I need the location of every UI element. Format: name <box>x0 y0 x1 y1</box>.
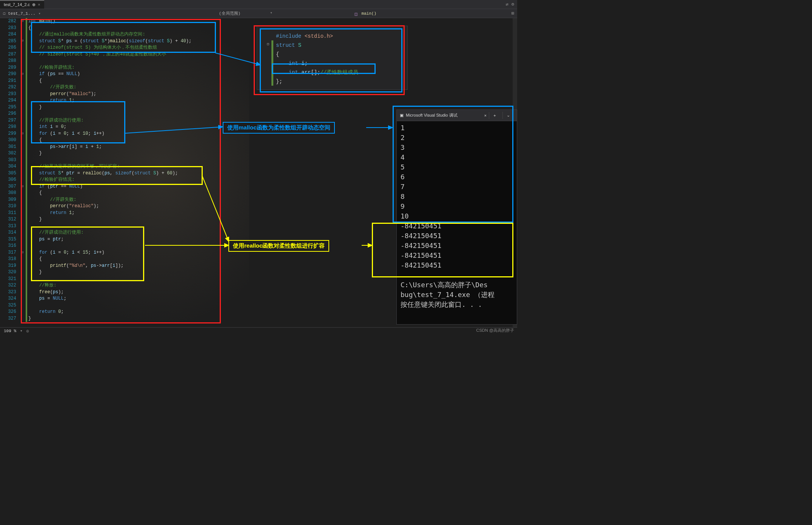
fold-icon[interactable]: ⊟ <box>22 72 23 76</box>
issues-icon[interactable]: ◎ <box>26 328 29 333</box>
titlebar: test_7_14_2.c ⊕ × ⇄ ⚙ <box>0 0 517 9</box>
code-editor[interactable]: 2822832842852862872882892902912922932942… <box>0 18 249 327</box>
console-output[interactable]: 1 2 3 4 5 6 7 8 9 10 -842150451 -8421504… <box>397 121 517 311</box>
fold-icon[interactable]: ⊟ <box>22 250 23 254</box>
tab-pin-icon[interactable]: ⊕ <box>32 2 35 7</box>
watermark: CSDN @高高的胖子 <box>476 328 514 333</box>
function-breadcrumb[interactable]: main() <box>355 11 377 16</box>
status-bar: 109 % ▾ ◎ <box>0 327 517 334</box>
right-panel: ⊟ #include <stdio.h>struct S{ int i; int… <box>249 18 517 327</box>
fold-icon[interactable]: ⊟ <box>22 38 23 43</box>
console-dropdown-icon[interactable]: ⌄ <box>502 112 514 119</box>
line-number-gutter: 2822832842852862872882892902912922932942… <box>0 18 21 322</box>
fold-icon[interactable]: ⊟ <box>22 19 23 23</box>
change-indicator <box>26 18 27 322</box>
zoom-dropdown-icon[interactable]: ▾ <box>20 328 23 333</box>
struct-preview-panel: ⊟ #include <stdio.h>struct S{ int i; int… <box>257 26 408 90</box>
breadcrumb-bar: ☐ test_7_1... ▾ (全局范围) ▾ main() ⊞ <box>0 9 517 18</box>
annotation-malloc-label: 使用malloc函数为柔性数组开辟动态空间 <box>223 122 335 134</box>
console-title: Microsoft Visual Studio 调试 <box>406 112 482 118</box>
zoom-level[interactable]: 109 % <box>4 329 16 333</box>
fold-icon[interactable]: ⊟ <box>22 184 23 188</box>
tab-label: test_7_14_2.c <box>4 2 30 7</box>
method-icon <box>355 11 359 16</box>
console-new-tab-icon[interactable]: + <box>489 112 500 119</box>
fold-icon[interactable]: ⊟ <box>22 131 23 135</box>
split-editor-icon[interactable]: ⊞ <box>508 11 517 16</box>
annotation-realloc-label: 使用realloc函数对柔性数组进行扩容 <box>228 240 329 252</box>
titlebar-actions: ⇄ ⚙ <box>506 2 517 7</box>
terminal-icon: ▣ <box>400 113 404 118</box>
chevron-down-icon[interactable]: ▾ <box>39 11 41 16</box>
console-titlebar[interactable]: ▣ Microsoft Visual Studio 调试 × + ⌄ <box>397 110 517 121</box>
struct-code: #include <stdio.h>struct S{ int i; int a… <box>276 32 358 86</box>
fold-icon[interactable]: ⊟ <box>267 42 269 46</box>
gear-icon[interactable]: ⚙ <box>512 2 514 7</box>
console-close-icon[interactable]: × <box>484 113 487 118</box>
expand-icon[interactable]: ⇄ <box>506 2 508 7</box>
scope-label[interactable]: (全局范围) <box>219 11 240 16</box>
code-content[interactable]: int main(){ //通过malloc函数来为柔性数组开辟动态内存空间: … <box>28 18 249 322</box>
debug-console: ▣ Microsoft Visual Studio 调试 × + ⌄ 1 2 3… <box>396 109 517 325</box>
change-indicator <box>271 40 273 86</box>
file-indicator[interactable]: ☐ test_7_1... <box>3 11 35 16</box>
chevron-down-icon[interactable]: ▾ <box>270 11 272 16</box>
file-tab[interactable]: test_7_14_2.c ⊕ × <box>0 0 44 9</box>
close-icon[interactable]: × <box>38 2 40 7</box>
